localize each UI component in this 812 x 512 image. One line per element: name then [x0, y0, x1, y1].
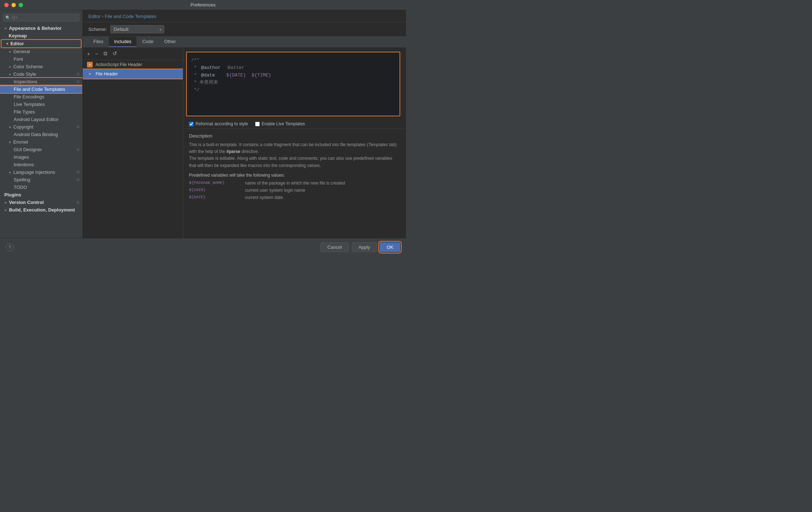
expand-icon: ►: [9, 73, 12, 76]
sidebar-item-gui-designer[interactable]: GUI Designer ⧉: [0, 146, 82, 153]
scheme-label: Scheme:: [88, 27, 107, 32]
scheme-row: Scheme: Default Project ▾: [83, 22, 406, 37]
breadcrumb-prefix: Editor: [88, 14, 101, 19]
apply-button[interactable]: Apply: [352, 242, 377, 252]
sidebar-item-keymap[interactable]: Keymap: [0, 32, 82, 39]
main-layout: 🔍 ► Appearance & Behavior Keymap ▼ Edito…: [0, 10, 406, 238]
code-text: /**: [191, 57, 199, 64]
tab-other[interactable]: Other: [159, 37, 181, 47]
live-templates-checkbox[interactable]: [255, 122, 260, 126]
sidebar-item-file-code-templates[interactable]: File and Code Templates ⧉: [0, 85, 82, 93]
code-text: [216, 72, 225, 79]
sidebar-item-intentions[interactable]: Intentions: [0, 161, 82, 168]
reset-template-button[interactable]: ↺: [111, 50, 119, 57]
sidebar-item-language-injections[interactable]: ► Language Injections ⧉: [0, 168, 82, 176]
scheme-select-wrapper: Default Project ▾: [110, 25, 164, 33]
expand-icon: ►: [9, 50, 12, 53]
code-text: @author: [201, 64, 221, 72]
window-title: Preferences: [190, 2, 216, 8]
template-item-actionscript[interactable]: ≡ ActionScript File Header: [83, 60, 183, 69]
sidebar-item-label: GUI Designer: [14, 147, 42, 152]
bottom-right: Cancel Apply OK: [320, 242, 400, 252]
remove-template-button[interactable]: −: [94, 50, 100, 57]
copy-icon: ⧉: [77, 79, 79, 84]
sidebar-item-spelling[interactable]: Spelling ⧉: [0, 176, 82, 183]
sidebar-item-appearance[interactable]: ► Appearance & Behavior: [0, 24, 82, 32]
sidebar-item-build-execution[interactable]: ► Build, Execution, Deployment: [0, 206, 82, 214]
reformat-checkbox[interactable]: [189, 122, 194, 126]
sidebar-item-label: File Types: [14, 109, 35, 115]
scheme-select[interactable]: Default Project: [110, 25, 164, 33]
sidebar-item-label: File and Code Templates: [14, 87, 65, 92]
sidebar-item-file-types[interactable]: File Types: [0, 108, 82, 116]
variable-row: ${PACKAGE_NAME} name of the package in w…: [189, 181, 400, 186]
sidebar-item-images[interactable]: Images: [0, 153, 82, 161]
variable-name: ${DATE}: [189, 195, 239, 200]
code-variable: ${DATE}: [226, 72, 246, 79]
sidebar-item-label: Android Layout Editor: [14, 117, 59, 122]
copy-template-button[interactable]: ⧉: [102, 50, 109, 57]
code-text: * 本类用来: [191, 79, 218, 87]
template-item-label: ActionScript File Header: [96, 62, 142, 67]
search-box[interactable]: 🔍: [3, 14, 79, 22]
help-button[interactable]: ?: [6, 243, 14, 251]
template-icon: ≡: [87, 71, 93, 77]
sidebar-item-version-control[interactable]: ► Version Control ⧉: [0, 199, 82, 206]
sidebar-item-todo[interactable]: TODO: [0, 183, 82, 191]
reformat-option: Reformat according to style: [189, 121, 248, 126]
cancel-button[interactable]: Cancel: [320, 242, 349, 252]
sidebar-item-android-data-binding[interactable]: Android Data Binding: [0, 131, 82, 138]
breadcrumb: Editor › File and Code Templates: [83, 10, 406, 22]
code-text: [247, 72, 250, 79]
code-text: Batter: [222, 64, 244, 72]
copy-icon: ⧉: [77, 87, 79, 92]
copy-icon: ⧉: [77, 125, 79, 129]
tab-includes[interactable]: Includes: [109, 37, 136, 47]
close-button[interactable]: [4, 3, 9, 7]
breadcrumb-separator: ›: [102, 14, 105, 19]
sidebar-item-code-style[interactable]: ► Code Style ⧉: [0, 70, 82, 78]
minimize-button[interactable]: [11, 3, 16, 7]
sidebar-item-color-scheme[interactable]: ► Color Scheme: [0, 63, 82, 70]
search-input[interactable]: [12, 15, 77, 20]
template-item-file-header[interactable]: ≡ File Header: [83, 69, 183, 79]
expand-icon: ►: [4, 201, 8, 204]
sidebar-item-label: Editor: [10, 41, 24, 46]
reformat-label: Reformat according to style: [195, 121, 248, 126]
copy-icon: ⧉: [77, 147, 79, 152]
description-section: Description This is a built-in template.…: [183, 129, 406, 238]
sidebar-item-android-layout-editor[interactable]: Android Layout Editor: [0, 116, 82, 123]
sidebar-item-label: Emmet: [13, 139, 28, 145]
sidebar-item-plugins[interactable]: Plugins: [0, 191, 82, 199]
add-template-button[interactable]: +: [86, 50, 92, 57]
sidebar-item-inspections[interactable]: Inspections ⧉: [0, 78, 82, 85]
code-text: */: [191, 87, 199, 94]
variable-name: ${USER}: [189, 188, 239, 193]
template-icon: ≡: [87, 62, 93, 68]
content-panel: Editor › File and Code Templates Scheme:…: [83, 10, 406, 238]
content-body: + − ⧉ ↺ ≡ ActionScript File Header ≡ Fil…: [83, 47, 406, 238]
tab-files[interactable]: Files: [88, 37, 108, 47]
maximize-button[interactable]: [19, 3, 23, 7]
live-templates-option: Enable Live Templates: [255, 121, 305, 126]
ok-button[interactable]: OK: [380, 242, 400, 252]
expand-icon: ►: [9, 65, 12, 69]
sidebar-item-live-templates[interactable]: Live Templates: [0, 101, 82, 108]
sidebar-item-font[interactable]: Font: [0, 55, 82, 63]
code-text: @date: [201, 72, 215, 79]
expand-icon: ►: [4, 208, 8, 212]
sidebar-item-editor[interactable]: ▼ Editor: [1, 40, 81, 47]
sidebar-item-general[interactable]: ► General: [0, 48, 82, 55]
code-editor[interactable]: /** * @author Batter * @date ${DATE}: [186, 52, 400, 116]
title-bar: Preferences: [0, 0, 406, 10]
sidebar-item-file-encodings[interactable]: File Encodings: [0, 93, 82, 101]
predefined-vars-title: Predefined variables will take the follo…: [189, 173, 400, 178]
template-toolbar: + − ⧉ ↺: [83, 47, 183, 60]
sidebar-item-label: Keymap: [9, 33, 27, 38]
code-line: /**: [191, 57, 395, 64]
sidebar-item-emmet[interactable]: ► Emmet: [0, 138, 82, 146]
tab-code[interactable]: Code: [137, 37, 158, 47]
code-line: * @date ${DATE} ${TIME}: [191, 72, 395, 79]
sidebar-item-copyright[interactable]: ► Copyright ⧉: [0, 123, 82, 131]
sidebar-item-label: Appearance & Behavior: [9, 25, 62, 31]
